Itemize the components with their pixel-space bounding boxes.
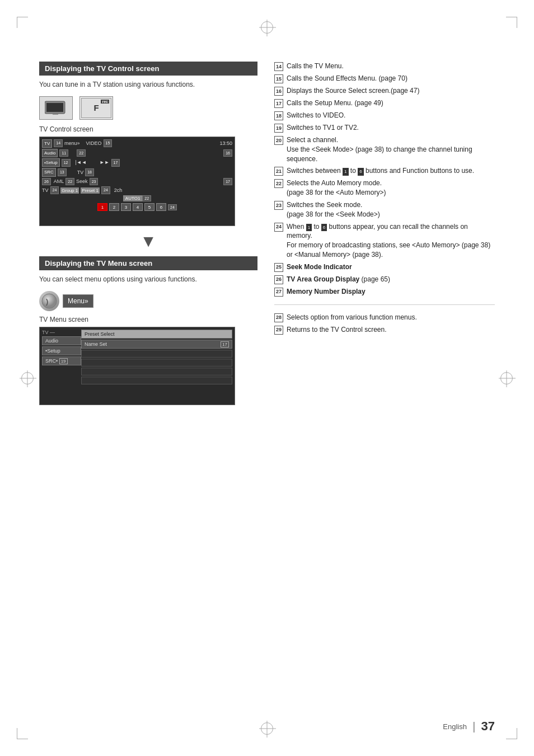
num-25: 25 — [274, 263, 283, 272]
list-item-15: 15 Calls the Sound Effects Menu. (page 7… — [274, 74, 495, 83]
list-item-24: 24 When 1 to 6 buttons appear, you can r… — [274, 222, 495, 260]
list-item-22: 22 Selects the Auto Memory mode.(page 38… — [274, 179, 495, 198]
list-item-21: 21 Switches between 1 to 6 buttons and F… — [274, 166, 495, 176]
svg-text:): ) — [46, 297, 48, 306]
arrow-separator: ▼ — [39, 232, 257, 251]
list-item-16: 16 Displays the Source Select screen.(pa… — [274, 86, 495, 96]
menu-setup-item[interactable]: •Setup — [42, 346, 81, 355]
section1-title: Displaying the TV Control screen — [45, 64, 159, 73]
preset-btn-3[interactable]: 3 — [121, 203, 131, 211]
crosshair-bottom — [261, 722, 273, 735]
menu-name-set[interactable]: Name Set 17 — [81, 340, 232, 349]
tv-menu-left-panel: TV — Audio •Setup SRC• 19 — [42, 330, 81, 386]
list-item-26: 26 TV Area Group Display (page 65) — [274, 275, 495, 284]
menu-audio-item[interactable]: Audio — [42, 336, 81, 345]
audio-label: Audio — [42, 149, 58, 157]
corner-mark-tr — [506, 17, 517, 28]
right-column: 14 Calls the TV Menu. 15 Calls the Sound… — [274, 62, 495, 411]
tv-icons-row: F rec — [39, 96, 257, 120]
badge-11: 11 — [59, 149, 68, 157]
page-language: English — [443, 722, 467, 731]
corner-mark-br — [506, 728, 517, 739]
list-item-17: 17 Calls the Setup Menu. (page 49) — [274, 98, 495, 108]
section2-title: Displaying the TV Menu screen — [45, 259, 152, 267]
num-22: 22 — [274, 179, 283, 188]
tv-menu-screen: TV — Audio •Setup SRC• 19 Preset Select … — [39, 327, 235, 405]
preset-btn-6[interactable]: 6 — [156, 203, 166, 211]
section-divider — [274, 304, 495, 305]
preset-btn-1[interactable]: 1 — [97, 203, 107, 211]
list-item-25: 25 Seek Mode Indicator — [274, 262, 495, 272]
tv-icon2-label: F — [93, 103, 99, 112]
tv-icon-1 — [39, 96, 73, 120]
num-19: 19 — [274, 124, 283, 133]
badge-17: 17 — [111, 159, 120, 167]
num-15: 15 — [274, 74, 283, 83]
btn-6-icon-b: 6 — [321, 224, 327, 231]
numbered-list: 14 Calls the TV Menu. 15 Calls the Sound… — [274, 62, 495, 297]
badge-17b: 17 — [223, 178, 232, 186]
badge-23: 23 — [90, 178, 99, 186]
crosshair-left — [21, 372, 34, 384]
preset-btn-2[interactable]: 2 — [109, 203, 119, 211]
badge-15: 15 — [104, 139, 113, 147]
menu-src-item[interactable]: SRC• 19 — [42, 356, 81, 365]
page-num: 37 — [481, 719, 495, 734]
badge-12: 12 — [62, 159, 71, 167]
menu-empty-4 — [81, 377, 232, 384]
section1-desc: You can tune in a TV station using vario… — [39, 80, 257, 90]
num-20: 20 — [274, 136, 283, 145]
badge-26a: 26 — [42, 178, 51, 186]
preset-btn-4[interactable]: 4 — [133, 203, 143, 211]
badge-16: 16 — [223, 149, 232, 157]
corner-mark-tl — [17, 17, 28, 28]
badge-24c: 24 — [168, 204, 177, 210]
badge-22: 22 — [77, 149, 86, 157]
badge-22b: 22 — [65, 178, 74, 186]
menu-svg-icon: ) — [41, 293, 57, 309]
badge-13: 13 — [58, 168, 67, 176]
num-18: 18 — [274, 111, 283, 120]
numbered-list-2: 28 Selects option from various function … — [274, 313, 495, 335]
tv-control-screen: TV 14 menu» VIDEO 15 13:50 Audio 11 22 1… — [39, 137, 235, 226]
setup-label: •Setup — [42, 158, 60, 167]
preset-btn-5[interactable]: 5 — [144, 203, 154, 211]
corner-mark-bl — [17, 728, 28, 739]
list-item-14: 14 Calls the TV Menu. — [274, 62, 495, 71]
page-number-area: English | 37 — [443, 719, 495, 734]
menu-icons-row: ) Menu» — [39, 291, 257, 311]
list-item-27: 27 Memory Number Display — [274, 287, 495, 297]
section1-header: Displaying the TV Control screen — [39, 62, 257, 76]
num-14: 14 — [274, 62, 283, 71]
list-item-18: 18 Switches to VIDEO. — [274, 111, 495, 120]
menu-preset-select[interactable]: Preset Select — [81, 330, 232, 339]
btn-1-icon: 1 — [343, 168, 348, 175]
svg-rect-1 — [46, 103, 63, 112]
badge-24b: 24 — [101, 186, 110, 194]
num-17: 17 — [274, 99, 283, 108]
num-16: 16 — [274, 87, 283, 96]
list-item-29: 29 Returns to the TV Control screen. — [274, 325, 495, 335]
num-26: 26 — [274, 275, 283, 284]
tv-menu-right-panel: Preset Select Name Set 17 — [81, 330, 232, 386]
badge-14: 14 — [54, 139, 63, 147]
list-item-23: 23 Switches the Seek mode.(page 38 for t… — [274, 200, 495, 219]
tv-icon-2: F rec — [79, 96, 113, 120]
num-29: 29 — [274, 326, 283, 335]
main-two-col: Displaying the TV Control screen You can… — [39, 62, 495, 411]
section2-header: Displaying the TV Menu screen — [39, 256, 257, 270]
menu-text-box: Menu» — [63, 294, 93, 308]
list-item-28: 28 Selects option from various function … — [274, 313, 495, 322]
badge-18: 18 — [85, 168, 94, 176]
menu-empty-1 — [81, 350, 232, 358]
menu-empty-2 — [81, 359, 232, 367]
list-item-19: 19 Switches to TV1 or TV2. — [274, 123, 495, 133]
num-28: 28 — [274, 313, 283, 322]
crosshair-top — [261, 21, 273, 34]
src-label: SRC — [42, 168, 56, 176]
page-content: Displaying the TV Control screen You can… — [39, 62, 495, 711]
section2-desc: You can select menu options using variou… — [39, 275, 257, 284]
tv-shape-icon — [45, 100, 67, 116]
list-item-20: 20 Select a channel.Use the <Seek Mode> … — [274, 135, 495, 163]
auto1-badge: AUTO1 — [123, 195, 143, 201]
